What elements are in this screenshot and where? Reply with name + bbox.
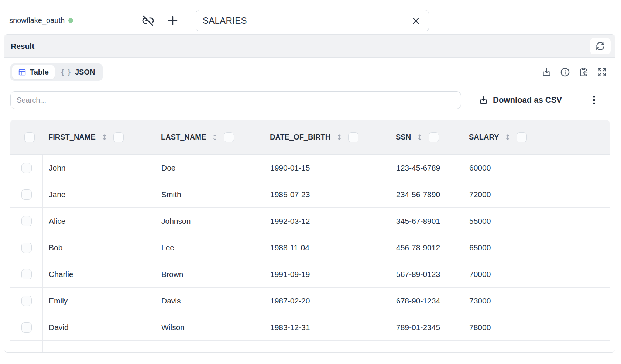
- row-checkbox-cell: [10, 341, 42, 353]
- row-checkbox[interactable]: [21, 189, 32, 200]
- cell-first-name: John: [42, 155, 155, 181]
- view-toolbar: Table { } JSON: [10, 63, 609, 81]
- tab-json[interactable]: { } JSON: [55, 65, 101, 79]
- download-result-button[interactable]: [542, 67, 552, 77]
- refresh-icon: [596, 41, 605, 51]
- sort-icon[interactable]: [101, 134, 108, 141]
- cell-last-name: Wilson: [155, 314, 264, 340]
- column-checkbox[interactable]: [224, 132, 234, 142]
- row-checkbox[interactable]: [21, 269, 32, 279]
- plus-icon: [166, 14, 180, 28]
- table-row: Bob Lee 1988-11-04 456-78-9012 65000: [10, 234, 610, 261]
- expand-icon: [597, 67, 607, 77]
- row-checkbox-cell: [10, 181, 42, 207]
- cell-date-of-birth: [264, 341, 390, 353]
- cell-date-of-birth: 1987-02-20: [264, 288, 390, 314]
- row-checkbox[interactable]: [21, 243, 32, 253]
- column-header-last-name: LAST_NAME: [155, 120, 264, 154]
- cell-date-of-birth: 1983-12-31: [264, 314, 390, 340]
- cell-first-name: [42, 341, 155, 353]
- cell-salary: [463, 341, 610, 353]
- cell-last-name: Doe: [155, 155, 264, 181]
- row-checkbox-cell: [10, 261, 42, 287]
- sort-icon[interactable]: [211, 134, 219, 141]
- cell-last-name: [155, 341, 264, 353]
- search-input[interactable]: [10, 91, 461, 109]
- row-checkbox[interactable]: [21, 322, 32, 333]
- x-icon: [411, 16, 421, 26]
- column-checkbox[interactable]: [113, 132, 124, 142]
- download-csv-button[interactable]: Download as CSV: [479, 95, 562, 105]
- table-row: Alice Johnson 1992-03-12 345-67-8901 550…: [10, 208, 610, 234]
- header-checkbox-cell: [10, 120, 42, 154]
- cell-first-name: David: [42, 314, 155, 340]
- table-toolbar: Download as CSV: [10, 91, 609, 109]
- cell-first-name: Jane: [42, 181, 155, 207]
- row-checkbox-cell: [10, 288, 42, 314]
- column-header-ssn: SSN: [390, 120, 463, 154]
- row-checkbox[interactable]: [21, 296, 32, 306]
- kebab-menu-icon: [590, 94, 598, 106]
- connection-indicator[interactable]: snowflake_oauth: [9, 16, 73, 25]
- top-bar: snowflake_oauth: [0, 0, 621, 34]
- table-row: John Doe 1990-01-15 123-45-6789 60000: [10, 155, 610, 181]
- sort-icon[interactable]: [504, 134, 511, 141]
- clipboard-paste-icon: [579, 67, 589, 77]
- row-checkbox[interactable]: [21, 163, 32, 173]
- cell-ssn: 789-01-2345: [390, 314, 463, 340]
- cell-salary: 73000: [463, 288, 610, 314]
- cell-last-name: Brown: [155, 261, 264, 287]
- disconnect-button[interactable]: [141, 14, 155, 27]
- panel-title: Result: [11, 42, 34, 51]
- result-panel: Result: [4, 34, 615, 353]
- cell-ssn: 123-45-6789: [390, 155, 463, 181]
- row-checkbox-cell: [10, 234, 42, 261]
- table-name-field-wrap: [196, 10, 429, 31]
- table-row: Emily Davis 1987-02-20 678-90-1234 73000: [10, 288, 610, 314]
- cell-ssn: 678-90-1234: [390, 288, 463, 314]
- cell-date-of-birth: 1990-01-15: [264, 155, 390, 181]
- cell-salary: 78000: [463, 314, 610, 340]
- cell-date-of-birth: 1988-11-04: [264, 234, 390, 261]
- clear-table-name-button[interactable]: [411, 16, 421, 26]
- cell-date-of-birth: 1991-09-19: [264, 261, 390, 287]
- cell-salary: 72000: [463, 181, 610, 207]
- download-icon: [479, 96, 488, 105]
- cell-date-of-birth: 1985-07-23: [264, 181, 390, 207]
- sort-icon[interactable]: [416, 134, 423, 141]
- cell-first-name: Bob: [42, 234, 155, 261]
- table-name-input[interactable]: [196, 10, 429, 31]
- info-icon: [560, 67, 570, 77]
- table-row: Charlie Brown 1991-09-19 567-89-0123 700…: [10, 261, 610, 288]
- column-header-salary: SALARY: [463, 120, 610, 154]
- cell-ssn: 234-56-7890: [390, 181, 463, 207]
- connection-name: snowflake_oauth: [9, 16, 65, 25]
- row-checkbox-cell: [10, 208, 42, 234]
- tab-table[interactable]: Table: [12, 65, 55, 79]
- cell-date-of-birth: 1992-03-12: [264, 208, 390, 234]
- copy-result-button[interactable]: [579, 67, 589, 77]
- row-checkbox-cell: [10, 314, 42, 340]
- row-checkbox[interactable]: [21, 216, 32, 226]
- column-checkbox[interactable]: [348, 132, 358, 142]
- table-body: John Doe 1990-01-15 123-45-6789 60000 Ja…: [10, 155, 610, 353]
- cell-ssn: 345-67-8901: [390, 208, 463, 234]
- refresh-button[interactable]: [590, 38, 611, 54]
- add-query-button[interactable]: [165, 13, 180, 28]
- cell-ssn: 456-78-9012: [390, 234, 463, 261]
- cell-last-name: Johnson: [155, 208, 264, 234]
- cell-first-name: Emily: [42, 288, 155, 314]
- tab-json-label: JSON: [75, 68, 95, 76]
- expand-result-button[interactable]: [597, 67, 607, 77]
- column-checkbox[interactable]: [429, 132, 439, 142]
- column-checkbox[interactable]: [517, 132, 527, 142]
- result-action-icons: [542, 67, 607, 77]
- sort-icon[interactable]: [336, 134, 343, 141]
- download-icon: [542, 67, 552, 77]
- cell-salary: 55000: [463, 208, 610, 234]
- select-all-checkbox[interactable]: [24, 132, 35, 142]
- table-more-menu-button[interactable]: [590, 94, 598, 106]
- cell-last-name: Davis: [155, 288, 264, 314]
- result-info-button[interactable]: [560, 67, 570, 77]
- cell-last-name: Lee: [155, 234, 264, 261]
